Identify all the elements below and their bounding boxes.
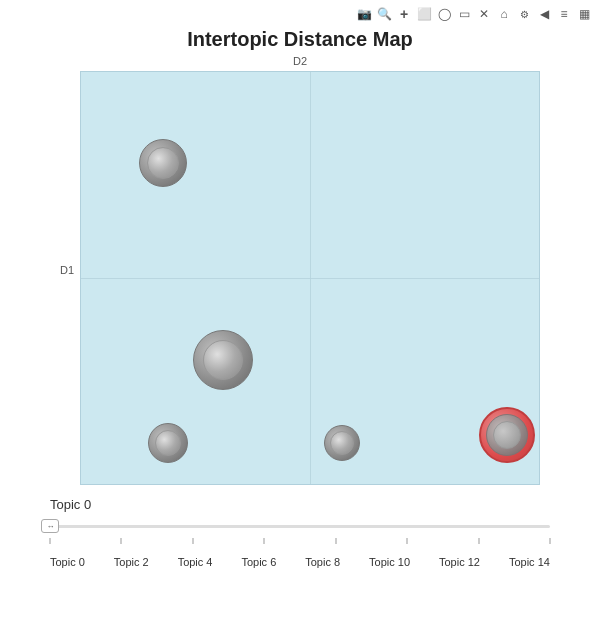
camera-icon[interactable]: 📷 [356, 6, 372, 22]
topic-label-6[interactable]: Topic 6 [241, 556, 276, 568]
map-container [80, 71, 540, 485]
chart-title: Intertopic Distance Map [0, 28, 600, 51]
slider-track-container: ↔ [50, 516, 550, 536]
topic-bubble-2-inner [203, 340, 243, 380]
plus-icon[interactable]: + [396, 6, 412, 22]
topic-label-10[interactable]: Topic 10 [369, 556, 410, 568]
topic-label-8[interactable]: Topic 8 [305, 556, 340, 568]
toolbar: 📷 🔍 + ⬜ ◯ ▭ ✕ ⌂ ⚙ ◀ ≡ ▦ [0, 0, 600, 28]
close-icon[interactable]: ✕ [476, 6, 492, 22]
d2-label: D2 [293, 55, 307, 67]
select-rect-icon[interactable]: ⬜ [416, 6, 432, 22]
home-icon[interactable]: ⌂ [496, 6, 512, 22]
topic-bubble-1-inner [147, 147, 179, 179]
topic-labels-row: Topic 0 Topic 2 Topic 4 Topic 6 Topic 8 … [50, 556, 550, 568]
topic-bubble-3-inner [155, 430, 181, 456]
topic-label-0[interactable]: Topic 0 [50, 556, 85, 568]
d1-label: D1 [60, 264, 74, 276]
menu-icon[interactable]: ≡ [556, 6, 572, 22]
topic-bubble-5-core [493, 421, 521, 449]
topic-bubble-4-inner [330, 431, 354, 455]
topic-label-2[interactable]: Topic 2 [114, 556, 149, 568]
back-icon[interactable]: ◀ [536, 6, 552, 22]
slider-handle[interactable]: ↔ [41, 519, 59, 533]
tick-container [50, 538, 550, 554]
grid-icon[interactable]: ▦ [576, 6, 592, 22]
chart-area: D2 D1 [60, 55, 540, 485]
zoom-icon[interactable]: 🔍 [376, 6, 392, 22]
topic-label-14[interactable]: Topic 14 [509, 556, 550, 568]
topic-label-4[interactable]: Topic 4 [178, 556, 213, 568]
topic-label-12[interactable]: Topic 12 [439, 556, 480, 568]
settings-icon[interactable]: ⚙ [516, 6, 532, 22]
slider-track[interactable]: ↔ [50, 525, 550, 528]
slider-label: Topic 0 [50, 497, 550, 512]
vertical-divider [310, 72, 311, 484]
slider-section: Topic 0 ↔ Topic 0 Topic 2 Topic 4 Topic … [50, 497, 550, 568]
slider-arrows-icon: ↔ [47, 522, 54, 531]
lasso-icon[interactable]: ◯ [436, 6, 452, 22]
zoom-rect-icon[interactable]: ▭ [456, 6, 472, 22]
